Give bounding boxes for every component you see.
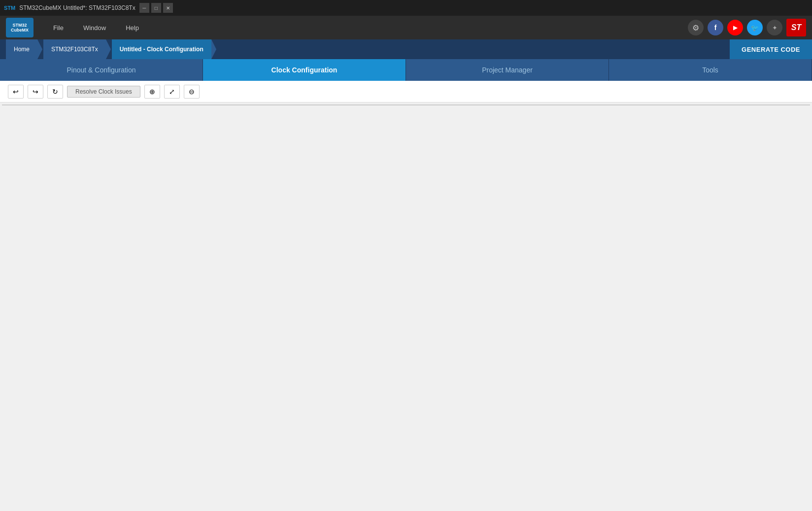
tab-pinout[interactable]: Pinout & Configuration (0, 59, 203, 81)
minimize-button[interactable]: ─ (139, 3, 149, 13)
maximize-button[interactable]: □ (151, 3, 161, 13)
breadcrumb-chip[interactable]: STM32F103C8Tx (43, 39, 106, 59)
logo-area: STM32 CubeMX (6, 18, 34, 37)
logo-line1: STM32 (12, 23, 27, 28)
menu-window[interactable]: Window (73, 16, 116, 39)
clock-diagram: Input frequency 32.768 0-1000 KHz LSE LS… (2, 104, 810, 105)
resolve-clock-issues-button[interactable]: Resolve Clock Issues (67, 86, 140, 98)
fit-screen-button[interactable]: ⤢ (164, 85, 180, 99)
menu-items: File Window Help (43, 16, 688, 39)
toolbar: ↩ ↪ ↻ Resolve Clock Issues ⊕ ⤢ ⊖ (0, 81, 812, 102)
zoom-out-button[interactable]: ⊖ (184, 85, 200, 99)
title-bar: STM STM32CubeMX Untitled*: STM32F103C8Tx… (0, 0, 812, 16)
menu-help[interactable]: Help (116, 16, 149, 39)
undo-button[interactable]: ↩ (8, 85, 24, 99)
close-button[interactable]: ✕ (163, 3, 173, 13)
tab-bar: Pinout & Configuration Clock Configurati… (0, 59, 812, 81)
settings-icon[interactable]: ⚙ (688, 20, 704, 35)
app-logo: STM32 CubeMX (6, 18, 34, 37)
youtube-icon[interactable]: ▶ (727, 20, 743, 35)
breadcrumb-bar: Home STM32F103C8Tx Untitled - Clock Conf… (0, 39, 812, 59)
menu-file[interactable]: File (43, 16, 73, 39)
menu-icons: ⚙ f ▶ 🐦 ✦ ST (688, 19, 806, 36)
generate-code-button[interactable]: GENERATE CODE (730, 39, 812, 59)
logo-line2: CubeMX (11, 28, 29, 33)
tab-project-manager[interactable]: Project Manager (406, 59, 609, 81)
tab-clock[interactable]: Clock Configuration (203, 59, 406, 81)
facebook-icon[interactable]: f (708, 20, 723, 35)
title-text: STM32CubeMX Untitled*: STM32F103C8Tx (19, 4, 135, 11)
zoom-in-button[interactable]: ⊕ (144, 85, 160, 99)
breadcrumb-home[interactable]: Home (6, 39, 37, 59)
st-logo: ST (786, 19, 806, 36)
menu-bar: STM32 CubeMX File Window Help ⚙ f ▶ 🐦 ✦ … (0, 16, 812, 39)
tab-tools[interactable]: Tools (609, 59, 812, 81)
network-icon[interactable]: ✦ (767, 20, 782, 35)
app-icon: STM (4, 5, 15, 11)
refresh-button[interactable]: ↻ (47, 85, 63, 99)
redo-button[interactable]: ↪ (28, 85, 43, 99)
breadcrumb-current[interactable]: Untitled - Clock Configuration (112, 39, 211, 59)
twitter-icon[interactable]: 🐦 (747, 20, 763, 35)
